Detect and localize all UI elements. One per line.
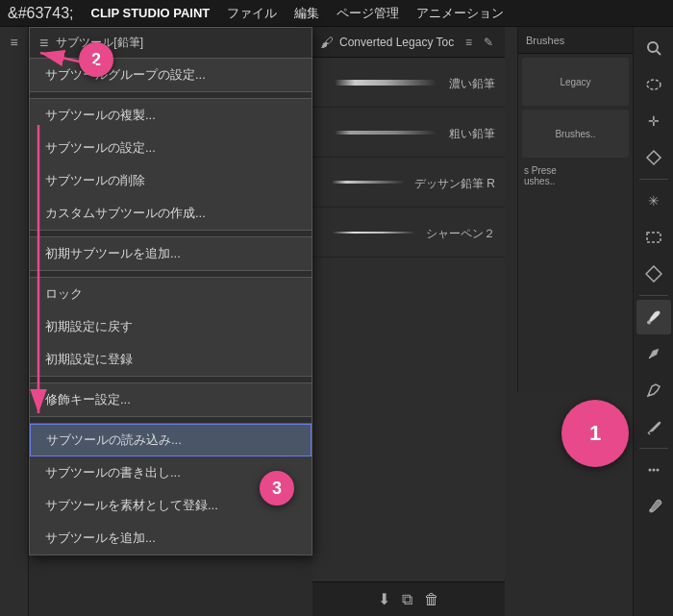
calligraphy-icon-btn[interactable] <box>636 373 671 407</box>
menu-file[interactable]: ファイル <box>227 5 277 22</box>
hamburger-menu-button[interactable]: ≡ <box>3 31 26 54</box>
subtool-panel-label: Converted Legacy Toc <box>339 36 454 49</box>
apple-menu[interactable]: &#63743; <box>8 5 74 22</box>
annotation-circle-2: 2 <box>79 42 113 77</box>
svg-point-12 <box>648 469 651 472</box>
menu-item-delete[interactable]: サブツールの削除 <box>30 164 312 197</box>
menu-animation[interactable]: アニメーション <box>416 5 504 22</box>
calligraphy-icon <box>645 382 662 399</box>
menu-item-duplicate[interactable]: サブツールの複製... <box>30 99 312 132</box>
menu-divider-3 <box>30 270 312 278</box>
search-icon-btn[interactable] <box>636 31 671 65</box>
menu-item-import[interactable]: サブツールの読み込み... <box>30 424 312 456</box>
brush-preset-item-1[interactable]: Legacy <box>522 58 629 106</box>
brush-name-label: シャーペン２ <box>426 226 495 242</box>
menu-item-modifier-key[interactable]: 修飾キー設定... <box>30 383 312 416</box>
pen-tool-icon-btn[interactable] <box>636 336 671 371</box>
subtool-header-actions: ≡ ✎ <box>461 34 497 51</box>
subtool-panel-header: 🖌 Converted Legacy Toc ≡ ✎ <box>312 27 505 58</box>
svg-line-9 <box>649 357 651 358</box>
asterisk-icon-btn[interactable]: ✳ <box>636 184 671 218</box>
brush-tool-icon <box>645 308 662 326</box>
svg-marker-4 <box>647 151 661 164</box>
marker-icon <box>645 418 662 435</box>
menu-item-lock[interactable]: ロック <box>30 278 312 310</box>
brush-stroke-preview <box>322 181 414 184</box>
copy-icon[interactable]: ⧉ <box>402 591 412 608</box>
menu-item-label: サブツールの削除 <box>45 172 145 189</box>
svg-marker-7 <box>646 266 661 282</box>
icon-divider-2 <box>639 295 668 296</box>
svg-point-14 <box>656 469 659 472</box>
menu-divider-5 <box>30 416 312 424</box>
brush-name-label: 濃い鉛筆 <box>449 76 495 92</box>
menu-item-label: 修飾キー設定... <box>45 391 131 408</box>
brush-tool-icon-btn[interactable] <box>636 300 671 334</box>
menu-item-add-subtool[interactable]: サブツールを追加... <box>30 522 312 554</box>
lasso-icon <box>645 265 662 283</box>
brush-preset-item-2[interactable]: Brushes.. <box>522 110 629 158</box>
app-name: CLIP STUDIO PAINT <box>91 6 211 20</box>
trash-icon[interactable]: 🗑 <box>424 591 439 608</box>
annotation-number-3: 3 <box>272 479 282 499</box>
menu-item-label: 初期サブツールを追加... <box>45 245 181 262</box>
menu-divider-1 <box>30 91 312 99</box>
menu-item-register-default[interactable]: 初期設定に登録 <box>30 343 312 376</box>
download-icon[interactable]: ⬇ <box>378 590 390 608</box>
svg-line-11 <box>648 432 650 434</box>
brush-name-label: デッサン鉛筆 R <box>414 176 495 192</box>
svg-text:✳: ✳ <box>648 193 660 209</box>
menu-item-label: サブツールの複製... <box>45 107 156 124</box>
annotation-number-2: 2 <box>91 50 101 70</box>
brushes-label: Brushes <box>526 35 564 46</box>
brush-stroke-preview <box>322 232 426 234</box>
left-toolbar: ≡ <box>0 27 29 616</box>
move-icon: ✛ <box>645 112 662 130</box>
svg-line-1 <box>657 51 661 55</box>
menu-item-settings[interactable]: サブツールの設定... <box>30 132 312 164</box>
rect-selection-icon-btn[interactable] <box>636 220 671 255</box>
brush-item-dark-pencil[interactable]: 濃い鉛筆 <box>312 58 505 108</box>
menu-page[interactable]: ページ管理 <box>336 5 399 22</box>
search-icon <box>645 39 662 57</box>
marker-icon-btn[interactable] <box>636 409 671 444</box>
transform-icon-btn[interactable] <box>636 140 671 175</box>
selection-ellipse-icon-btn[interactable] <box>636 67 671 102</box>
subtool-title: 🖌 Converted Legacy Toc <box>320 35 454 50</box>
asterisk-icon: ✳ <box>645 192 662 209</box>
annotation-circle-3: 3 <box>260 471 294 505</box>
svg-rect-6 <box>647 233 661 242</box>
dots-icon-btn[interactable] <box>636 453 671 487</box>
brush-preset-label: Legacy <box>560 77 590 87</box>
menu-item-group-settings[interactable]: サブツールグループの設定... <box>30 59 312 91</box>
eyedropper-icon <box>645 498 662 515</box>
hamburger-icon: ≡ <box>10 35 17 50</box>
subtool-edit-button[interactable]: ✎ <box>480 34 497 51</box>
annotation-circle-1: 1 <box>561 400 629 467</box>
brush-preset-header: Brushes <box>518 27 633 54</box>
svg-text:✛: ✛ <box>648 113 660 129</box>
brush-item-sharpen[interactable]: シャーペン２ <box>312 208 505 258</box>
svg-point-0 <box>648 42 658 52</box>
main-area: ≡ ≡ サブツール[鉛筆] サブツールグループの設定... サブツールの複製..… <box>0 27 673 616</box>
menu-item-add-initial[interactable]: 初期サブツールを追加... <box>30 237 312 270</box>
move-icon-btn[interactable]: ✛ <box>636 104 671 138</box>
lasso-icon-btn[interactable] <box>636 257 671 291</box>
svg-point-15 <box>649 509 653 513</box>
svg-point-8 <box>647 321 651 325</box>
menu-item-label: ロック <box>45 285 83 303</box>
preset-line-2: ushes.. <box>524 176 627 186</box>
svg-point-2 <box>647 80 661 89</box>
menu-item-restore-default[interactable]: 初期設定に戻す <box>30 310 312 343</box>
brush-item-dessin-pencil[interactable]: デッサン鉛筆 R <box>312 158 505 208</box>
eyedropper-icon-btn[interactable] <box>636 489 671 524</box>
menu-item-label: サブツールの設定... <box>45 139 156 157</box>
menu-item-label: 初期設定に戻す <box>45 318 133 335</box>
subtool-menu-button[interactable]: ≡ <box>461 34 476 51</box>
icon-divider-3 <box>639 448 668 449</box>
brush-item-rough-pencil[interactable]: 粗い鉛筆 <box>312 108 505 158</box>
menu-edit[interactable]: 編集 <box>294 5 319 22</box>
menu-item-label: サブツールを素材として登録... <box>45 497 218 514</box>
brush-name-label: 粗い鉛筆 <box>449 126 495 142</box>
menu-item-create-custom[interactable]: カスタムサブツールの作成... <box>30 197 312 230</box>
